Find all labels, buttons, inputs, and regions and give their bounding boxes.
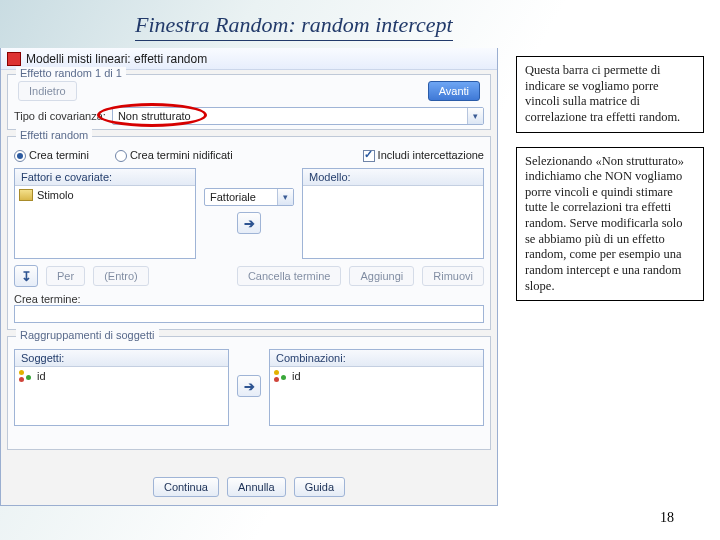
move-right-button[interactable]: ➔ (237, 375, 261, 397)
list-item[interactable]: id (274, 369, 479, 383)
chevron-down-icon: ▾ (467, 108, 483, 124)
slide-title: Finestra Random: random intercept (135, 12, 453, 41)
cancel-button[interactable]: Annulla (227, 477, 286, 497)
list-item[interactable]: id (19, 369, 224, 383)
callout-1: Questa barra ci permette di indicare se … (516, 56, 704, 133)
by-button[interactable]: Per (46, 266, 85, 286)
subjects-list[interactable]: Soggetti: id (14, 349, 229, 426)
nominal-icon (274, 370, 288, 382)
callout-2: Selezionando «Non strutturato» indichiam… (516, 147, 704, 302)
radio-build-terms[interactable]: Crea termini (14, 149, 89, 162)
factors-list[interactable]: Fattori e covariate: Stimolo (14, 168, 196, 259)
nominal-icon (19, 370, 33, 382)
random-effects-dialog: Modelli misti lineari: effetti random Ef… (0, 48, 498, 506)
combinations-list[interactable]: Combinazioni: id (269, 349, 484, 426)
term-down-button[interactable]: ↧ (14, 265, 38, 287)
move-right-button[interactable]: ➔ (237, 212, 261, 234)
interaction-type-combo[interactable]: Fattoriale ▾ (204, 188, 294, 206)
list-item[interactable]: Stimolo (19, 188, 191, 202)
chevron-down-icon: ▾ (277, 189, 293, 205)
scale-icon (19, 189, 33, 201)
remove-term-button[interactable]: Rimuovi (422, 266, 484, 286)
help-button[interactable]: Guida (294, 477, 345, 497)
model-header: Modello: (303, 169, 483, 186)
covariance-type-label: Tipo di covarianza: (14, 110, 106, 122)
build-term-label: Crea termine: (14, 293, 84, 305)
forward-button[interactable]: Avanti (428, 81, 480, 101)
app-icon (7, 52, 21, 66)
radio-nested-terms[interactable]: Crea termini nidificati (115, 149, 233, 162)
covariance-type-combo[interactable]: Non strutturato ▾ (112, 107, 484, 125)
model-list[interactable]: Modello: (302, 168, 484, 259)
dialog-footer: Continua Annulla Guida (1, 477, 497, 497)
term-builder-controls: Fattoriale ▾ ➔ (204, 188, 294, 234)
check-include-intercept[interactable]: Includi intercettazione (363, 149, 484, 162)
continue-button[interactable]: Continua (153, 477, 219, 497)
add-term-button[interactable]: Aggiungi (349, 266, 414, 286)
within-button[interactable]: (Entro) (93, 266, 149, 286)
pane-random-effects: Effetti random Crea termini Crea termini… (7, 136, 491, 330)
pane-random-effect-nav: Effetto random 1 di 1 Indietro Avanti Ti… (7, 74, 491, 130)
subjects-header: Soggetti: (15, 350, 228, 367)
pane-legend-mid: Effetti random (16, 129, 92, 141)
back-button[interactable]: Indietro (18, 81, 77, 101)
pane-legend-bot: Raggruppamenti di soggetti (16, 329, 159, 341)
page-number: 18 (660, 510, 674, 526)
pane-legend-top: Effetto random 1 di 1 (16, 67, 126, 79)
clear-term-button[interactable]: Cancella termine (237, 266, 342, 286)
callouts: Questa barra ci permette di indicare se … (516, 56, 704, 315)
combinations-header: Combinazioni: (270, 350, 483, 367)
pane-subject-groupings: Raggruppamenti di soggetti Soggetti: id … (7, 336, 491, 450)
covariance-type-value: Non strutturato (113, 110, 467, 122)
build-term-input[interactable] (14, 305, 484, 323)
factors-header: Fattori e covariate: (15, 169, 195, 186)
dialog-title: Modelli misti lineari: effetti random (26, 52, 207, 66)
